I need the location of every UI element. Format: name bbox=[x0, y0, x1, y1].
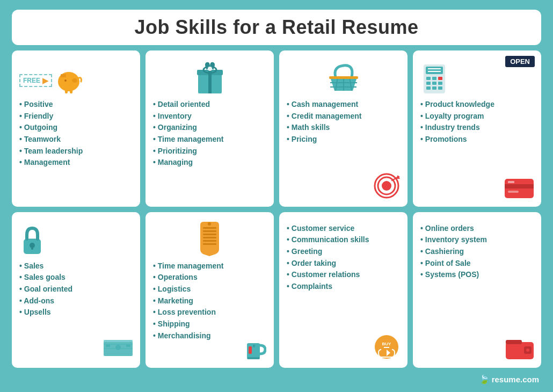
skill-management: Management bbox=[19, 157, 133, 169]
icon-area-6 bbox=[153, 219, 266, 256]
skill-promotions: Promotions bbox=[420, 134, 534, 146]
skill-friendly: Friendly bbox=[19, 111, 133, 122]
cup-icon bbox=[244, 338, 266, 360]
card-sales-skills: Sales Sales goals Goal oriented Add-ons … bbox=[12, 212, 140, 368]
svg-rect-33 bbox=[426, 86, 431, 90]
card-product-skills: OPEN bbox=[413, 50, 541, 207]
icon-area-2 bbox=[153, 57, 266, 95]
skill-industry-trends: Industry trends bbox=[420, 122, 534, 134]
skill-inventory-system: Inventory system bbox=[420, 234, 534, 246]
skill-teamwork: Teamwork bbox=[19, 134, 133, 146]
skill-loyalty-program: Loyalty program bbox=[420, 111, 534, 122]
skill-online-orders: Online orders bbox=[420, 223, 534, 235]
skill-complaints: Complaints bbox=[287, 281, 400, 293]
svg-rect-60 bbox=[249, 346, 252, 354]
svg-rect-31 bbox=[432, 82, 436, 85]
icon-area-3 bbox=[287, 57, 400, 95]
skill-outgoing: Outgoing bbox=[19, 122, 133, 134]
svg-rect-4 bbox=[65, 89, 68, 93]
skill-cash-management: Cash management bbox=[287, 99, 400, 111]
logo-leaf-icon: 🍃 bbox=[479, 374, 490, 384]
svg-rect-37 bbox=[505, 184, 534, 188]
skill-product-knowledge: Product knowledge bbox=[420, 99, 534, 111]
svg-rect-28 bbox=[432, 77, 436, 80]
skill-pos-systems: Systems (POS) bbox=[420, 269, 534, 281]
svg-rect-6 bbox=[61, 74, 66, 77]
target-icon bbox=[373, 172, 400, 199]
skill-goal-oriented: Goal oriented bbox=[19, 284, 133, 295]
skill-greeting: Greeting bbox=[287, 246, 400, 258]
product-skills-list: Product knowledge Loyalty program Indust… bbox=[420, 99, 534, 146]
skill-managing: Managing bbox=[153, 157, 266, 169]
resume-logo: 🍃 resume.com bbox=[479, 374, 539, 384]
svg-rect-39 bbox=[508, 181, 514, 183]
skill-credit-management: Credit management bbox=[287, 111, 400, 122]
shopping-basket-icon bbox=[325, 61, 362, 95]
svg-rect-5 bbox=[70, 89, 72, 93]
skill-time-management: Time management bbox=[153, 134, 266, 146]
skill-operations: Operations bbox=[153, 272, 266, 284]
svg-rect-17 bbox=[329, 76, 358, 79]
svg-point-2 bbox=[72, 78, 77, 83]
wallet-icon bbox=[506, 340, 534, 360]
svg-point-49 bbox=[115, 345, 121, 350]
skills-grid: FREE ▶ Po bbox=[12, 50, 541, 368]
card-personal-skills: FREE ▶ Po bbox=[12, 50, 140, 207]
svg-rect-34 bbox=[432, 86, 436, 90]
skill-pricing: Pricing bbox=[287, 134, 400, 146]
title-bar: Job Skills for a Retail Resume bbox=[12, 10, 541, 45]
skill-order-taking: Order taking bbox=[287, 258, 400, 270]
skill-logistics: Logistics bbox=[153, 284, 266, 295]
svg-point-58 bbox=[208, 222, 211, 226]
svg-rect-50 bbox=[106, 345, 110, 347]
skill-customer-service: Customer service bbox=[287, 223, 400, 235]
personal-skills-list: Positive Friendly Outgoing Teamwork Team… bbox=[19, 99, 133, 169]
skill-shipping: Shipping bbox=[153, 318, 266, 330]
main-container: Job Skills for a Retail Resume FREE ▶ bbox=[0, 0, 553, 392]
skill-inventory: Inventory bbox=[153, 111, 266, 122]
skill-team-leadership: Team leadership bbox=[19, 146, 133, 157]
svg-rect-29 bbox=[438, 77, 442, 80]
credit-card-icon bbox=[505, 179, 534, 198]
free-badge: FREE ▶ bbox=[19, 74, 52, 87]
card-operations-skills: Time management Operations Logistics Mar… bbox=[145, 212, 274, 368]
buy-button-icon: BUY bbox=[373, 333, 400, 360]
svg-rect-35 bbox=[438, 86, 442, 90]
svg-rect-52 bbox=[203, 227, 216, 229]
skill-customer-relations: Customer relations bbox=[287, 269, 400, 281]
svg-point-11 bbox=[208, 67, 212, 71]
svg-rect-24 bbox=[426, 67, 443, 74]
svg-rect-42 bbox=[31, 245, 33, 250]
open-badge: OPEN bbox=[505, 56, 535, 67]
skill-sales: Sales bbox=[19, 260, 133, 272]
svg-rect-32 bbox=[438, 82, 442, 85]
skill-organizing: Organizing bbox=[153, 122, 266, 134]
cash-icon bbox=[104, 340, 133, 359]
skill-detail-oriented: Detail oriented bbox=[153, 99, 266, 111]
icon-area-5 bbox=[19, 219, 133, 256]
tech-skills-list: Online orders Inventory system Cashierin… bbox=[420, 223, 534, 281]
piggy-bank-icon bbox=[55, 67, 85, 95]
organizational-skills-list: Detail oriented Inventory Organizing Tim… bbox=[153, 99, 266, 169]
svg-rect-56 bbox=[203, 240, 216, 242]
card-financial-skills: Cash management Credit management Math s… bbox=[279, 50, 408, 207]
gift-box-icon bbox=[194, 58, 226, 95]
skill-marketing: Marketing bbox=[153, 295, 266, 307]
footer-bar: 🍃 resume.com bbox=[12, 374, 541, 384]
svg-rect-51 bbox=[126, 345, 130, 347]
svg-rect-54 bbox=[203, 234, 216, 235]
page-title: Job Skills for a Retail Resume bbox=[17, 16, 536, 39]
svg-text:BUY: BUY bbox=[382, 342, 392, 346]
card-customer-skills: Customer service Communication skills Gr… bbox=[279, 212, 408, 368]
svg-rect-61 bbox=[253, 345, 255, 347]
svg-point-20 bbox=[382, 181, 391, 191]
skill-point-of-sale: Point of Sale bbox=[420, 258, 534, 270]
svg-rect-67 bbox=[506, 340, 522, 344]
svg-rect-57 bbox=[203, 243, 216, 245]
skill-math-skills: Math skills bbox=[287, 122, 400, 134]
svg-rect-62 bbox=[247, 357, 260, 359]
card-tech-skills: Online orders Inventory system Cashierin… bbox=[413, 212, 541, 368]
operations-skills-list: Time management Operations Logistics Mar… bbox=[153, 260, 266, 342]
calculator-icon bbox=[420, 63, 448, 95]
skill-loss-prevention: Loss prevention bbox=[153, 307, 266, 318]
